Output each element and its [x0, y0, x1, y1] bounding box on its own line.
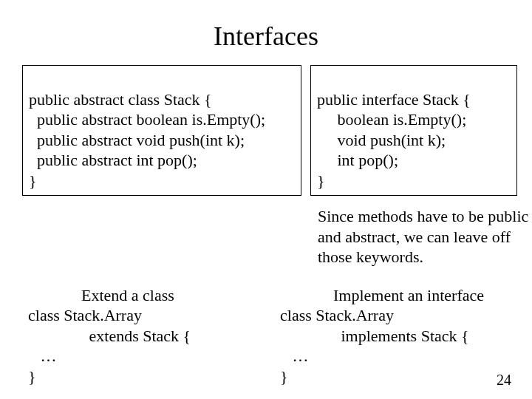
abstract-class-box: public abstract class Stack { public abs…	[22, 65, 301, 196]
code-line: }	[29, 171, 37, 190]
extend-class-col: Extend a classclass Stack.Array extends …	[22, 285, 258, 387]
code-line: …	[28, 347, 57, 365]
code-line: }	[280, 367, 288, 386]
code-box-row: public abstract class Stack { public abs…	[22, 65, 510, 196]
implement-interface-col: Implement an interfaceclass Stack.Array …	[258, 285, 510, 387]
code-line: public abstract void push(int k);	[29, 131, 245, 149]
slide: Interfaces public abstract class Stack {…	[0, 0, 532, 399]
code-line: void push(int k);	[317, 131, 446, 149]
code-line: extends Stack {	[28, 327, 191, 345]
code-line: int pop();	[317, 151, 398, 169]
explanatory-note: Since methods have to be public and abst…	[318, 206, 532, 267]
code-line: implements Stack {	[280, 327, 469, 345]
code-line: public abstract boolean is.Empty();	[29, 110, 265, 129]
code-line: }	[317, 171, 325, 190]
code-line: public abstract class Stack {	[29, 90, 212, 109]
page-number: 24	[497, 372, 511, 389]
col-heading: Extend a class	[81, 285, 258, 306]
code-line: public interface Stack {	[317, 90, 471, 109]
interface-box: public interface Stack { boolean is.Empt…	[310, 65, 517, 196]
code-line: boolean is.Empty();	[317, 110, 466, 129]
slide-title: Interfaces	[22, 21, 510, 52]
code-line: class Stack.Array	[28, 306, 142, 324]
code-line: public abstract int pop();	[29, 151, 197, 169]
col-heading: Implement an interface	[333, 285, 510, 306]
code-line: …	[280, 347, 309, 365]
code-line: }	[28, 367, 36, 386]
code-line: class Stack.Array	[280, 306, 394, 324]
bottom-row: Extend a classclass Stack.Array extends …	[22, 285, 510, 387]
